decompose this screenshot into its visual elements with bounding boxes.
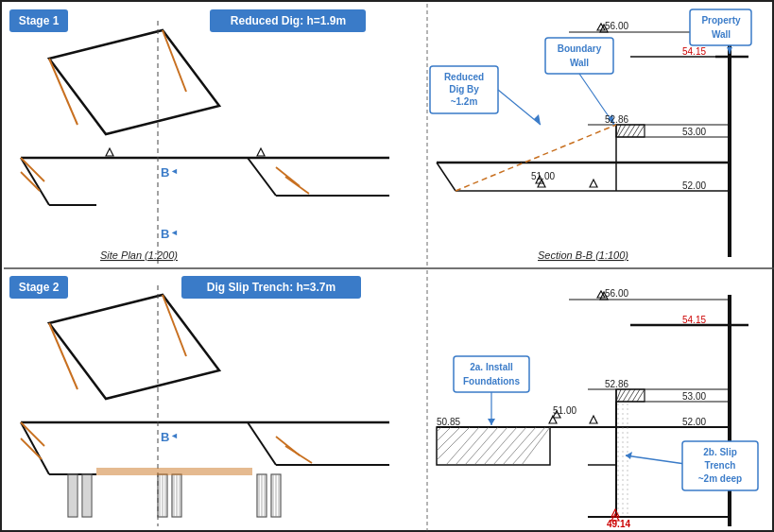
svg-line-8 — [21, 158, 49, 205]
svg-text:Boundary: Boundary — [558, 43, 602, 54]
svg-text:56.00: 56.00 — [605, 21, 628, 31]
svg-line-114 — [493, 427, 526, 465]
svg-line-99 — [632, 389, 640, 402]
svg-text:B: B — [161, 165, 169, 180]
svg-line-111 — [465, 427, 498, 465]
svg-text:Dig Slip Trench: h=3.7m: Dig Slip Trench: h=3.7m — [207, 281, 335, 294]
svg-line-97 — [623, 389, 630, 402]
svg-text:~2m deep: ~2m deep — [698, 473, 742, 484]
svg-line-35 — [632, 125, 640, 137]
svg-line-83 — [285, 446, 312, 463]
svg-text:52.00: 52.00 — [682, 180, 706, 191]
svg-marker-102 — [590, 416, 597, 423]
svg-text:Trench: Trench — [705, 460, 736, 471]
svg-rect-59 — [82, 474, 92, 517]
svg-line-5 — [163, 30, 186, 92]
svg-text:Wall: Wall — [570, 58, 589, 68]
svg-marker-147 — [727, 47, 732, 54]
svg-text:Stage 2: Stage 2 — [19, 281, 60, 294]
svg-text:51.00: 51.00 — [531, 171, 555, 181]
svg-line-32 — [618, 125, 626, 137]
svg-line-112 — [474, 427, 507, 465]
svg-text:Section B-B (1:100): Section B-B (1:100) — [538, 249, 628, 261]
svg-line-96 — [618, 389, 626, 402]
svg-text:◄: ◄ — [170, 228, 179, 237]
svg-text:B: B — [161, 227, 169, 241]
svg-text:Property: Property — [701, 15, 741, 26]
svg-text:Site Plan (1:200): Site Plan (1:200) — [100, 249, 178, 261]
svg-text:52.00: 52.00 — [682, 417, 706, 427]
svg-text:Wall: Wall — [712, 29, 731, 40]
svg-line-36 — [637, 125, 645, 137]
main-canvas: B ◄ B ◄ — [0, 0, 774, 532]
svg-text:◄: ◄ — [170, 166, 179, 176]
svg-line-113 — [484, 427, 517, 465]
svg-line-98 — [628, 389, 635, 402]
svg-line-136 — [498, 90, 541, 125]
svg-text:2a. Install: 2a. Install — [470, 362, 513, 372]
svg-text:56.00: 56.00 — [605, 288, 628, 299]
svg-text:54.15: 54.15 — [682, 46, 706, 57]
svg-marker-13 — [257, 148, 265, 156]
svg-line-17 — [285, 177, 309, 194]
svg-text:B: B — [161, 430, 169, 444]
svg-marker-127 — [626, 452, 632, 459]
svg-text:◄: ◄ — [170, 431, 179, 440]
svg-line-100 — [637, 389, 645, 402]
svg-line-117 — [522, 427, 550, 465]
svg-text:Reduced: Reduced — [444, 72, 484, 82]
svg-text:~1.2m: ~1.2m — [451, 96, 478, 107]
svg-marker-137 — [534, 114, 541, 125]
svg-marker-177 — [488, 419, 495, 425]
svg-text:Foundations: Foundations — [463, 376, 520, 386]
svg-line-50 — [21, 422, 49, 474]
svg-text:50.85: 50.85 — [437, 417, 460, 427]
svg-marker-43 — [590, 180, 597, 187]
svg-rect-86 — [96, 468, 252, 475]
svg-line-33 — [623, 125, 630, 137]
svg-line-107 — [437, 427, 460, 451]
svg-text:2b. Slip: 2b. Slip — [703, 447, 737, 457]
svg-line-110 — [456, 427, 489, 465]
svg-text:54.15: 54.15 — [682, 315, 706, 325]
svg-text:53.00: 53.00 — [682, 127, 706, 137]
svg-text:Reduced Dig: h=1.9m: Reduced Dig: h=1.9m — [231, 14, 346, 27]
svg-rect-54 — [68, 474, 77, 517]
svg-text:Dig By: Dig By — [449, 84, 479, 94]
svg-line-115 — [503, 427, 536, 465]
svg-text:52.86: 52.86 — [605, 114, 628, 125]
svg-line-10 — [248, 158, 276, 196]
svg-line-47 — [163, 295, 186, 356]
svg-line-38 — [437, 163, 456, 191]
svg-text:53.00: 53.00 — [682, 391, 706, 402]
svg-line-34 — [628, 125, 635, 137]
svg-line-106 — [437, 427, 451, 441]
svg-text:52.86: 52.86 — [605, 379, 628, 389]
svg-line-116 — [512, 427, 545, 465]
svg-line-52 — [248, 422, 276, 465]
svg-text:Stage 1: Stage 1 — [19, 14, 60, 27]
svg-marker-12 — [106, 148, 113, 156]
